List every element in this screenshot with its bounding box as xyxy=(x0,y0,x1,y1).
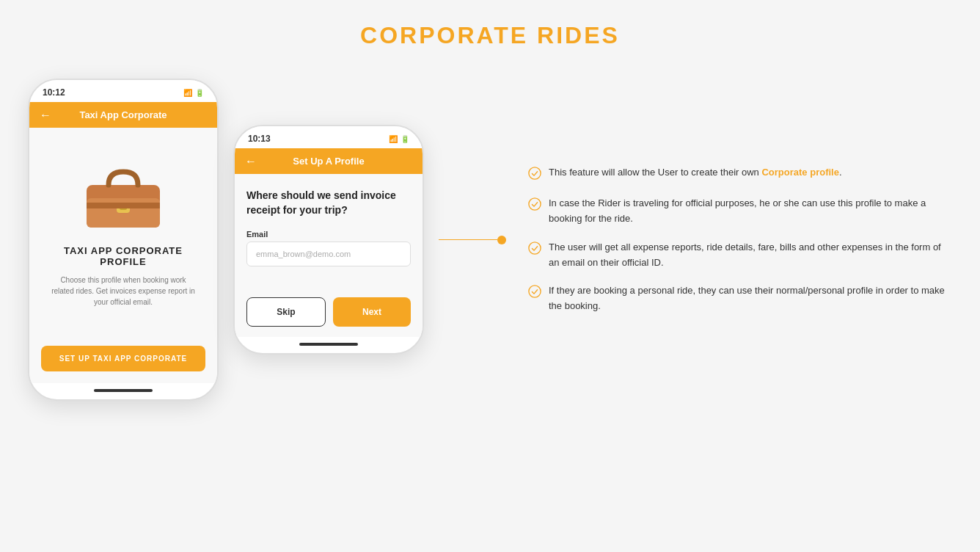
info-item-3: The user will get all expense reports, r… xyxy=(528,240,952,271)
phone2-mockup: 10:13 📶 🔋 ← Set Up A Profile Where shoul… xyxy=(233,125,424,354)
battery-icon2: 🔋 xyxy=(401,135,409,143)
info-text-1: This feature will allow the User to crea… xyxy=(549,165,842,181)
svg-point-5 xyxy=(529,167,541,179)
info-item-1: This feature will allow the User to crea… xyxy=(528,165,952,183)
page-title: CORPORATE RIDES xyxy=(360,22,620,49)
back-arrow-icon2[interactable]: ← xyxy=(245,155,257,168)
svg-rect-4 xyxy=(87,203,160,208)
email-label: Email xyxy=(246,230,268,239)
phone1-header: ← Taxi App Corporate xyxy=(29,102,217,128)
phone2-time: 10:13 xyxy=(248,134,271,144)
info-text-4: If they are booking a personal ride, the… xyxy=(549,283,952,314)
back-arrow-icon[interactable]: ← xyxy=(40,109,51,122)
skip-button[interactable]: Skip xyxy=(246,297,326,327)
next-button[interactable]: Next xyxy=(333,297,411,327)
info-item-2: In case the Rider is traveling for offic… xyxy=(528,196,952,227)
svg-point-8 xyxy=(529,286,541,297)
invoice-question: Where should we send invoice receipt for… xyxy=(246,189,411,217)
phone2-home-indicator xyxy=(299,343,358,346)
check-icon-4 xyxy=(528,285,541,301)
info-item-4: If they are booking a personal ride, the… xyxy=(528,283,952,314)
main-content: 10:12 📶 🔋 ← Taxi App Corporate xyxy=(28,79,952,401)
phone1-footer: SET UP TAXI APP CORPORATE xyxy=(29,337,217,383)
info-text-2: In case the Rider is traveling for offic… xyxy=(549,196,952,227)
phone1-profile-title: TAXI APP CORPORATE PROFILE xyxy=(41,245,205,267)
email-input[interactable]: emma_brown@demo.com xyxy=(246,242,411,266)
setup-corporate-button[interactable]: SET UP TAXI APP CORPORATE xyxy=(41,346,205,371)
connector xyxy=(439,236,506,244)
info-panel: This feature will allow the User to crea… xyxy=(521,165,952,314)
phone1-body: TAXI APP CORPORATE PROFILE Choose this p… xyxy=(29,128,217,337)
connector-dot xyxy=(497,236,506,244)
connector-line xyxy=(439,239,497,241)
check-icon-3 xyxy=(528,242,541,258)
phone2-header: ← Set Up A Profile xyxy=(235,148,423,174)
phone1-mockup: 10:12 📶 🔋 ← Taxi App Corporate xyxy=(28,79,219,401)
svg-point-7 xyxy=(529,242,541,254)
check-icon-2 xyxy=(528,197,541,214)
info-text-3: The user will get all expense reports, r… xyxy=(549,240,952,271)
phone1-status-bar: 10:12 📶 🔋 xyxy=(29,80,217,102)
battery-icon: 🔋 xyxy=(195,89,204,97)
wifi-icon2: 📶 xyxy=(389,135,398,143)
phone2-footer: Skip Next xyxy=(235,290,423,337)
phone2-header-title: Set Up A Profile xyxy=(293,156,364,167)
phone1-profile-desc: Choose this profile when booking work re… xyxy=(41,275,205,308)
briefcase-icon xyxy=(83,164,164,230)
phone1-icons: 📶 🔋 xyxy=(183,89,204,97)
phone1-time: 10:12 xyxy=(43,87,65,98)
phone2-icons: 📶 🔋 xyxy=(389,135,409,143)
phone1-home-indicator xyxy=(94,389,153,392)
phone2-status-bar: 10:13 📶 🔋 xyxy=(235,126,423,148)
svg-point-6 xyxy=(529,198,541,210)
phone1-header-title: Taxi App Corporate xyxy=(79,109,167,120)
phone2-body: Where should we send invoice receipt for… xyxy=(235,174,423,289)
wifi-icon: 📶 xyxy=(183,89,192,97)
check-icon-1 xyxy=(528,167,541,183)
